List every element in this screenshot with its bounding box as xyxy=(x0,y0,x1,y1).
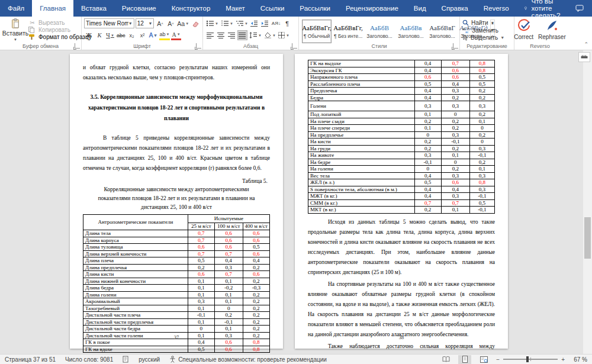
strikethrough-button[interactable]: abc xyxy=(116,30,126,40)
find-button[interactable]: Найти▼ xyxy=(462,19,511,27)
ruler-toggle-button[interactable] xyxy=(578,52,590,62)
table-row: МКТ (в кг.)0,20,1-0,1 xyxy=(308,207,495,214)
tab-макет[interactable]: Макет xyxy=(218,0,253,17)
replace-button[interactable]: ab ac Заменить xyxy=(462,27,511,34)
justify-button[interactable] xyxy=(237,30,247,40)
vertical-scrollbar[interactable] xyxy=(583,50,592,354)
font-family-combo[interactable]: Times New Rom ▼ xyxy=(84,18,134,28)
table-subheader: 100 м в/ст xyxy=(214,223,243,230)
language-indicator[interactable]: русский xyxy=(139,356,160,363)
document-canvas[interactable]: и обхват грудной клетки, согласно резуль… xyxy=(0,50,592,354)
increase-indent-button[interactable] xyxy=(260,18,270,28)
align-right-icon xyxy=(228,33,236,38)
clear-formatting-button[interactable] xyxy=(191,18,200,28)
text-effects-button[interactable]: А▼ xyxy=(149,30,158,40)
highlight-color-button[interactable]: ab▼ xyxy=(159,30,170,40)
proofing-status[interactable] xyxy=(123,356,129,363)
table-row: Длина туловища0,60,60,5 xyxy=(83,244,270,251)
clipboard-dialog-launcher[interactable] xyxy=(75,43,80,49)
tell-me-box[interactable]: Что вы хотите сделать? xyxy=(517,0,575,17)
font-dialog-launcher[interactable] xyxy=(196,43,201,49)
reverso-rephraser-button[interactable]: Rephraser xyxy=(538,19,566,40)
styles-dialog-launcher[interactable] xyxy=(453,43,458,49)
tab-справка[interactable]: Справка xyxy=(434,0,476,17)
table-row: СММ (в кг.)0,70,70,5 xyxy=(308,199,495,207)
style-card[interactable]: АаБбВвЗаголово... xyxy=(396,20,426,43)
tab-вид[interactable]: Вид xyxy=(406,0,434,17)
tab-вставка[interactable]: Вставка xyxy=(73,0,114,17)
reverso-correct-button[interactable]: Correct xyxy=(514,19,533,40)
tab-конструктор[interactable]: Конструктор xyxy=(164,0,218,17)
show-marks-button[interactable]: ¶ xyxy=(282,18,292,28)
group-clipboard: Вставить ▼ ✂ Вырезать Копировать xyxy=(0,17,82,50)
comments-button[interactable] xyxy=(575,0,584,17)
line-spacing-button[interactable]: ▼ xyxy=(249,30,262,40)
select-button[interactable]: Выделить▼ xyxy=(462,34,511,41)
shading-button[interactable]: ▼ xyxy=(263,30,276,40)
proofing-book-icon xyxy=(123,356,129,363)
change-case-button[interactable]: Аа▼ xyxy=(176,18,189,28)
document-page-37[interactable]: и обхват грудной клетки, согласно резуль… xyxy=(70,54,283,349)
document-page-38[interactable]: ГК на выдохе0,40,70,8Экскурсия ГК0,40,60… xyxy=(295,54,508,349)
table-row: Под лопаткой0,100,2 xyxy=(308,111,495,118)
table-row: Напряженного плеча0,60,60,5 xyxy=(308,74,495,81)
zoom-thumb[interactable] xyxy=(526,356,529,362)
italic-button[interactable]: К xyxy=(95,30,104,40)
clipboard-icon xyxy=(9,18,21,28)
align-right-button[interactable] xyxy=(227,30,236,40)
ribbon: Вставить ▼ ✂ Вырезать Копировать xyxy=(0,17,592,50)
scrollbar-thumb[interactable] xyxy=(584,217,591,259)
underline-button[interactable]: Ч▼ xyxy=(105,30,115,40)
borders-button[interactable]: ▼ xyxy=(278,30,290,40)
body-paragraph: На спортивные результаты на 100 и 400 м … xyxy=(308,279,495,340)
table-row: Дистальной части плеча-0,10,20,2 xyxy=(83,312,270,319)
page-indicator[interactable]: Страница 37 из 51 xyxy=(5,356,56,363)
zoom-out-icon[interactable]: − xyxy=(496,356,500,363)
table-row: Бедра0,40,20,2 xyxy=(308,94,495,101)
font-color-button[interactable]: А▼ xyxy=(171,30,181,40)
tab-рисование[interactable]: Рисование xyxy=(114,0,164,17)
decrease-indent-button[interactable] xyxy=(250,18,259,28)
web-layout-button[interactable] xyxy=(477,355,490,364)
sort-button[interactable]: АЯ↓ xyxy=(271,18,281,28)
chevron-down-icon: ▼ xyxy=(128,21,133,25)
zoom-level[interactable]: 67 % xyxy=(571,356,587,363)
tab-рецензирование[interactable]: Рецензирование xyxy=(338,0,406,17)
zoom-track[interactable] xyxy=(503,359,558,360)
tab-reverso[interactable]: Reverso xyxy=(476,0,517,17)
paste-button[interactable]: Вставить ▼ xyxy=(2,18,28,41)
table-row: Длина кисти0,60,70,6 xyxy=(83,271,270,278)
paragraph-dialog-launcher[interactable] xyxy=(292,43,297,49)
print-layout-button[interactable] xyxy=(458,355,471,364)
style-card[interactable]: АаБбВвГЗаголово... xyxy=(427,20,457,43)
superscript-button[interactable]: x² xyxy=(138,30,147,40)
shrink-font-button[interactable]: А˅ xyxy=(166,18,175,28)
style-card[interactable]: АаБбВвГг,¶ Без инте... xyxy=(333,20,363,43)
collapse-ribbon-button[interactable]: ⌃ xyxy=(584,41,588,47)
bullets-button[interactable]: ▼ xyxy=(205,18,219,28)
multilevel-list-button[interactable]: ▼ xyxy=(235,18,249,28)
tab-ссылки[interactable]: Ссылки xyxy=(253,0,292,17)
tab-главная[interactable]: Главная xyxy=(32,0,73,17)
zoom-slider[interactable]: − + xyxy=(496,356,565,363)
align-center-button[interactable] xyxy=(216,30,226,40)
tab-файл[interactable]: Файл xyxy=(0,0,32,17)
numbering-button[interactable]: ▼ xyxy=(220,18,234,28)
style-card[interactable]: АаБбВЗаголово... xyxy=(365,20,394,43)
bold-button[interactable]: Ж xyxy=(84,30,94,40)
accessibility-checker[interactable]: Специальные возможности: проверьте реком… xyxy=(169,356,327,363)
tab-рассылки[interactable]: Рассылки xyxy=(292,0,338,17)
read-mode-button[interactable] xyxy=(439,355,452,364)
style-card[interactable]: АаБбВвГг,¶ Обычный xyxy=(302,20,332,43)
lightbulb-icon xyxy=(524,5,527,12)
align-left-icon xyxy=(207,33,214,38)
table-body-right: ГК на выдохе0,40,70,8Экскурсия ГК0,40,60… xyxy=(308,60,495,214)
word-count[interactable]: Число слов: 9081 xyxy=(65,356,113,363)
font-size-combo[interactable]: 12 ▼ xyxy=(136,18,155,28)
subscript-button[interactable]: x₂ xyxy=(127,30,137,40)
zoom-in-icon[interactable]: + xyxy=(561,356,565,363)
align-left-button[interactable] xyxy=(205,30,215,40)
table-row: На плече сзади0,20,20,1 xyxy=(308,118,495,125)
grow-font-button[interactable]: А˄ xyxy=(155,18,165,28)
format-painter-icon xyxy=(28,34,36,40)
